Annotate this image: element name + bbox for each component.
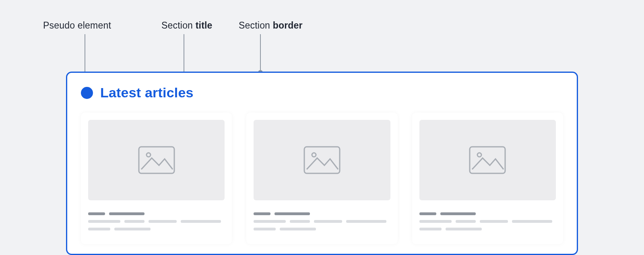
svg-rect-0 (139, 147, 174, 173)
article-card[interactable] (81, 113, 232, 244)
article-thumbnail-placeholder (88, 120, 225, 200)
svg-rect-4 (470, 147, 505, 173)
svg-point-3 (312, 153, 316, 157)
article-skeleton-text (419, 212, 556, 230)
annotation-section-title: Section title (161, 20, 213, 31)
article-card[interactable] (412, 113, 563, 244)
svg-rect-2 (304, 147, 340, 173)
article-thumbnail-placeholder (254, 120, 390, 200)
article-card[interactable] (246, 113, 397, 244)
svg-point-5 (477, 153, 481, 157)
annotation-section-title-prefix: Section (161, 20, 196, 31)
article-skeleton-text (88, 212, 225, 230)
section-title: Latest articles (100, 85, 194, 101)
annotation-section-title-bold: title (196, 20, 213, 31)
annotation-section-border-bold: border (273, 20, 303, 31)
leader-section-border (260, 34, 261, 72)
image-placeholder-icon (303, 146, 341, 174)
image-placeholder-icon (469, 146, 506, 174)
image-placeholder-icon (138, 146, 175, 174)
annotation-section-border-prefix: Section (239, 20, 273, 31)
annotation-section-border: Section border (239, 20, 303, 31)
article-skeleton-text (254, 212, 390, 230)
section-container: Latest articles (66, 72, 578, 255)
section-title-row: Latest articles (81, 85, 563, 101)
annotation-pseudo-element: Pseudo element (43, 20, 111, 31)
pseudo-element-dot (81, 87, 93, 99)
svg-point-1 (147, 153, 151, 157)
article-card-list (81, 113, 563, 244)
article-thumbnail-placeholder (419, 120, 556, 200)
